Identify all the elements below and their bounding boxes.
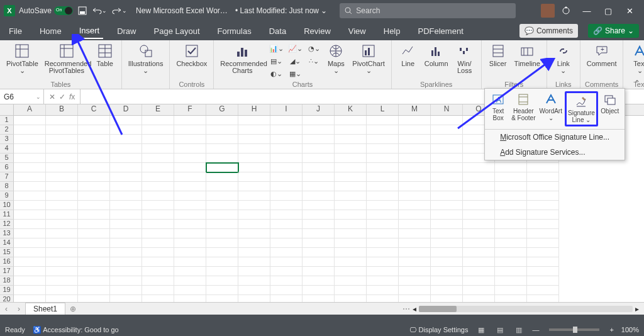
cell[interactable] <box>495 257 527 267</box>
cell[interactable] <box>78 238 110 248</box>
sparkline-column-button[interactable]: Column <box>422 42 451 69</box>
cell[interactable] <box>463 220 495 229</box>
row-header[interactable]: 12 <box>0 220 14 229</box>
row-header[interactable]: 15 <box>0 248 14 257</box>
cell[interactable] <box>206 286 238 295</box>
cell[interactable] <box>110 116 142 125</box>
cell[interactable] <box>463 257 495 267</box>
cell[interactable] <box>206 210 238 220</box>
tab-insert[interactable]: Insert <box>75 23 104 39</box>
column-header[interactable]: B <box>46 104 78 115</box>
cell[interactable] <box>174 238 206 248</box>
text-button[interactable]: Text⌄ <box>627 42 644 76</box>
cell[interactable] <box>270 116 303 125</box>
cell[interactable] <box>110 267 142 276</box>
cell[interactable] <box>174 248 206 257</box>
cell[interactable] <box>110 201 142 210</box>
row-header[interactable]: 6 <box>0 163 14 172</box>
normal-view-icon[interactable]: ▦ <box>475 326 487 334</box>
cell[interactable] <box>495 238 527 248</box>
cell[interactable] <box>367 182 399 191</box>
cell[interactable] <box>78 248 110 257</box>
cell[interactable] <box>303 257 335 267</box>
cell[interactable] <box>238 144 270 154</box>
cell[interactable] <box>527 248 559 257</box>
pivottable-button[interactable]: PivotTable⌄ <box>4 42 41 76</box>
cell[interactable] <box>367 144 399 154</box>
cell[interactable] <box>303 191 335 201</box>
cell[interactable] <box>431 229 463 238</box>
cell[interactable] <box>238 116 270 125</box>
column-header[interactable]: N <box>431 104 463 115</box>
cell[interactable] <box>238 125 270 135</box>
cell[interactable] <box>238 201 270 210</box>
cell[interactable] <box>270 220 303 229</box>
cell[interactable] <box>335 172 367 182</box>
cell[interactable] <box>463 248 495 257</box>
cell[interactable] <box>238 182 270 191</box>
cell[interactable] <box>46 248 78 257</box>
cell[interactable] <box>495 286 527 295</box>
cell[interactable] <box>335 135 367 144</box>
cell[interactable] <box>527 220 559 229</box>
cell[interactable] <box>495 172 527 182</box>
cell[interactable] <box>431 135 463 144</box>
textbox-button[interactable]: AText Box <box>487 91 509 126</box>
cell[interactable] <box>14 116 46 125</box>
cell[interactable] <box>463 276 495 286</box>
search-box[interactable]: Search <box>340 3 516 18</box>
cell[interactable] <box>78 135 110 144</box>
cell[interactable] <box>46 286 78 295</box>
cell[interactable] <box>399 238 431 248</box>
cell[interactable] <box>14 201 46 210</box>
row-header[interactable]: 4 <box>0 144 14 154</box>
cell[interactable] <box>495 201 527 210</box>
tab-home[interactable]: Home <box>36 24 65 38</box>
cell[interactable] <box>527 201 559 210</box>
sheet-tab[interactable]: Sheet1 <box>25 303 65 315</box>
cell[interactable] <box>206 257 238 267</box>
column-header[interactable]: M <box>399 104 431 115</box>
cell[interactable] <box>527 276 559 286</box>
tab-pdfelement[interactable]: PDFelement <box>414 24 467 38</box>
cell[interactable] <box>46 135 78 144</box>
cell[interactable] <box>431 116 463 125</box>
cell[interactable] <box>142 154 174 163</box>
column-header[interactable]: H <box>238 104 270 115</box>
cell[interactable] <box>463 191 495 201</box>
column-header[interactable]: D <box>110 104 142 115</box>
cell[interactable] <box>206 191 238 201</box>
row-header[interactable]: 7 <box>0 172 14 182</box>
cell[interactable] <box>303 229 335 238</box>
cell[interactable] <box>174 276 206 286</box>
cell[interactable] <box>495 229 527 238</box>
cell[interactable] <box>270 229 303 238</box>
cell[interactable] <box>142 229 174 238</box>
display-settings-button[interactable]: 🖵 Display Settings <box>409 326 468 333</box>
cell[interactable] <box>431 238 463 248</box>
cell[interactable] <box>174 201 206 210</box>
cell[interactable] <box>495 210 527 220</box>
cell[interactable] <box>367 286 399 295</box>
user-avatar[interactable] <box>541 4 555 18</box>
column-header[interactable]: F <box>174 104 206 115</box>
zoom-level[interactable]: 100% <box>621 326 639 333</box>
cell[interactable] <box>431 276 463 286</box>
column-header[interactable]: G <box>206 104 238 115</box>
cell[interactable] <box>303 182 335 191</box>
pie-chart-icon[interactable]: ◔⌄ <box>306 43 322 54</box>
sheet-nav-prev[interactable]: ‹ <box>0 305 13 313</box>
cell[interactable] <box>270 135 303 144</box>
page-layout-view-icon[interactable]: ▤ <box>494 326 506 334</box>
cell[interactable] <box>431 182 463 191</box>
cell[interactable] <box>238 248 270 257</box>
cell[interactable] <box>78 191 110 201</box>
row-header[interactable]: 1 <box>0 116 14 125</box>
slicer-button[interactable]: Slicer <box>486 42 511 69</box>
cell[interactable] <box>46 191 78 201</box>
cell[interactable] <box>110 286 142 295</box>
cell[interactable] <box>367 172 399 182</box>
cell[interactable] <box>46 201 78 210</box>
cell[interactable] <box>46 257 78 267</box>
cell[interactable] <box>78 172 110 182</box>
